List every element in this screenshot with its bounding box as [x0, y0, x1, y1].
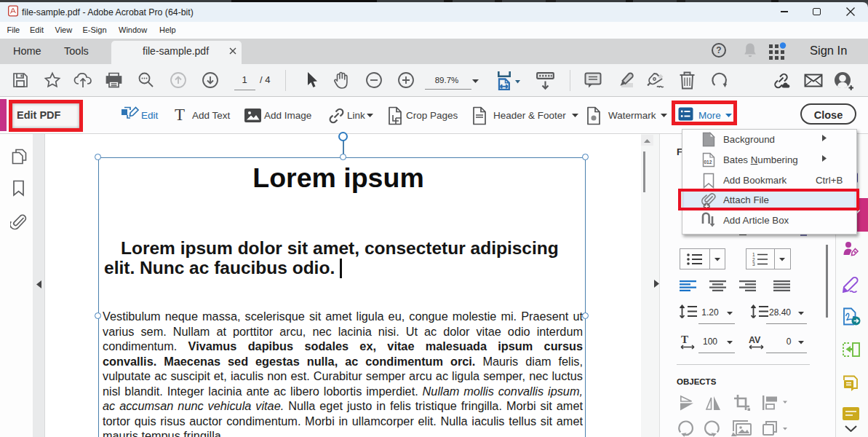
svg-text:AV: AV [749, 335, 761, 345]
svg-text:012: 012 [704, 160, 712, 165]
svg-text:3: 3 [752, 261, 755, 266]
svg-text:?: ? [716, 45, 721, 55]
svg-text:T: T [681, 334, 688, 345]
